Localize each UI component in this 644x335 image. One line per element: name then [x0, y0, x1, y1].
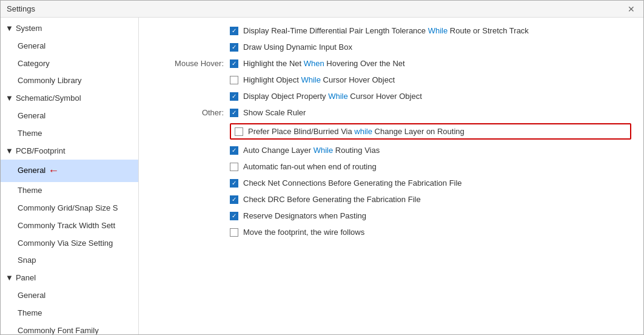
- option-row-move-footprint: Move the footprint, the wire follows: [230, 226, 631, 238]
- schematic-arrow-icon: ▼: [5, 92, 13, 105]
- highlight-while4: while: [354, 127, 372, 136]
- option-text-dynamic: Draw Using Dynamic Input Box: [243, 42, 352, 52]
- sidebar-item-pcb-snap[interactable]: Snap: [1, 252, 138, 269]
- highlight-while2: While: [301, 75, 321, 84]
- option-text-check-drc: Check DRC Before Generating the Fabricat…: [243, 195, 421, 204]
- checkbox-reserve[interactable]: [230, 212, 238, 220]
- option-text-differential: Display Real-Time Differential Pair Leng…: [243, 26, 529, 35]
- mouse-hover-row: Mouse Hover: Highlight the Net When Hove…: [151, 58, 631, 102]
- other-label: Other:: [151, 107, 224, 117]
- sidebar-item-pcb-theme[interactable]: Theme: [1, 182, 138, 200]
- highlight-when: When: [304, 59, 324, 68]
- checkbox-highlight-cursor[interactable]: [230, 76, 238, 84]
- checkbox-move-footprint[interactable]: [230, 228, 238, 237]
- option-row-reserve: Reserve Designators when Pasting: [230, 210, 631, 222]
- dialog-title: Settings: [7, 4, 35, 13]
- checkbox-scale-ruler[interactable]: [230, 109, 238, 117]
- sidebar-item-pcb-grid[interactable]: Commonly Grid/Snap Size S: [1, 200, 138, 217]
- option-text-blind-via: Prefer Place Blind/Burried Via while Cha…: [248, 127, 465, 136]
- option-row-check-drc: Check DRC Before Generating the Fabricat…: [230, 194, 631, 205]
- sidebar-item-panel[interactable]: ▼ Panel: [1, 269, 138, 287]
- option-text-display-property: Display Object Property While Cursor Hov…: [243, 92, 422, 101]
- option-text-move-footprint: Move the footprint, the wire follows: [243, 228, 364, 237]
- option-text-highlight-net: Highlight the Net When Hovering Over the…: [243, 59, 405, 68]
- dialog-body: ▼ System General Category Commonly Libra…: [1, 18, 643, 334]
- mouse-hover-label: Mouse Hover:: [151, 58, 224, 68]
- other-row: Other: Show Scale Ruler Prefer Place Bli…: [151, 107, 631, 238]
- option-text-highlight-cursor: Highlight Object While Cursor Hover Obje…: [243, 75, 395, 84]
- sidebar-item-pcb-general[interactable]: General ←: [1, 160, 138, 182]
- sidebar-item-system-category[interactable]: Category: [1, 55, 138, 73]
- sidebar-item-system-library[interactable]: Commonly Library: [1, 72, 138, 90]
- sidebar-item-schematic[interactable]: ▼ Schematic/Symbol: [1, 90, 138, 107]
- option-row-display-property: Display Object Property While Cursor Hov…: [230, 90, 631, 102]
- option-row-highlight-net: Highlight the Net When Hovering Over the…: [230, 58, 631, 69]
- top-options: Display Real-Time Differential Pair Leng…: [230, 25, 631, 53]
- close-button[interactable]: ✕: [625, 5, 637, 13]
- option-text-fan-out: Automatic fan-out when end of routing: [243, 162, 377, 171]
- main-content: Display Real-Time Differential Pair Leng…: [139, 18, 643, 334]
- checkbox-differential[interactable]: [230, 27, 238, 35]
- option-row-scale-ruler: Show Scale Ruler: [230, 107, 631, 118]
- option-row-differential: Display Real-Time Differential Pair Leng…: [230, 25, 631, 36]
- sidebar-item-system[interactable]: ▼ System: [1, 20, 138, 38]
- sidebar-item-schematic-general[interactable]: General: [1, 107, 138, 125]
- sidebar-item-schematic-theme[interactable]: Theme: [1, 125, 138, 143]
- checkbox-dynamic[interactable]: [230, 43, 238, 52]
- option-row-fan-out: Automatic fan-out when end of routing: [230, 161, 631, 172]
- option-text-scale-ruler: Show Scale Ruler: [243, 108, 306, 117]
- checkbox-highlight-net[interactable]: [230, 59, 238, 68]
- sidebar-item-panel-theme[interactable]: Theme: [1, 305, 138, 322]
- highlight-while3: While: [328, 92, 348, 101]
- option-text-reserve: Reserve Designators when Pasting: [243, 211, 366, 220]
- panel-arrow-icon: ▼: [5, 272, 13, 285]
- sidebar: ▼ System General Category Commonly Libra…: [1, 18, 139, 334]
- system-arrow-icon: ▼: [5, 22, 13, 35]
- settings-dialog: Settings ✕ ▼ System General Category Com…: [0, 0, 644, 335]
- sidebar-item-system-general[interactable]: General: [1, 38, 138, 55]
- option-row-check-net: Check Net Connections Before Generating …: [230, 177, 631, 189]
- sidebar-item-pcb[interactable]: ▼ PCB/Footprint: [1, 143, 138, 160]
- sidebar-item-pcb-via[interactable]: Commonly Via Size Setting: [1, 235, 138, 252]
- sidebar-item-pcb-track[interactable]: Commonly Track Width Sett: [1, 217, 138, 235]
- option-row-auto-change: Auto Change Layer While Routing Vias: [230, 144, 631, 156]
- sidebar-item-panel-general[interactable]: General: [1, 287, 138, 305]
- top-options-row: Display Real-Time Differential Pair Leng…: [151, 25, 631, 53]
- highlight-while: While: [428, 26, 448, 35]
- checkbox-check-drc[interactable]: [230, 195, 238, 204]
- checkbox-auto-change[interactable]: [230, 146, 238, 155]
- checkbox-fan-out[interactable]: [230, 163, 238, 171]
- sidebar-item-panel-font[interactable]: Commonly Font Family: [1, 322, 138, 334]
- top-label-spacer: [151, 25, 224, 26]
- checkbox-check-net[interactable]: [230, 179, 238, 188]
- other-options: Show Scale Ruler Prefer Place Blind/Burr…: [230, 107, 631, 238]
- checkbox-display-property[interactable]: [230, 92, 238, 101]
- option-text-check-net: Check Net Connections Before Generating …: [243, 178, 462, 188]
- checkbox-blind-via[interactable]: [235, 127, 243, 136]
- option-row-blind-via: Prefer Place Blind/Burried Via while Cha…: [230, 123, 631, 140]
- option-row-dynamic: Draw Using Dynamic Input Box: [230, 41, 631, 53]
- pcb-arrow-icon: ▼: [5, 145, 13, 158]
- option-text-auto-change: Auto Change Layer While Routing Vias: [243, 146, 380, 155]
- highlight-while5: While: [314, 146, 334, 155]
- mouse-hover-options: Highlight the Net When Hovering Over the…: [230, 58, 631, 102]
- selection-arrow-icon: ←: [48, 162, 59, 180]
- title-bar: Settings ✕: [1, 1, 643, 18]
- option-row-highlight-cursor: Highlight Object While Cursor Hover Obje…: [230, 74, 631, 86]
